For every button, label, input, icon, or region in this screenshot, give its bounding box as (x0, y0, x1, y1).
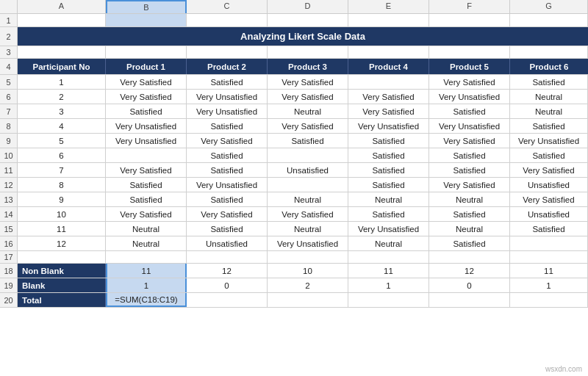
blank-e[interactable]: 2 (268, 278, 348, 292)
rownum-20: 20 (0, 293, 18, 307)
row-2: 2 Analyzing Likert Scale Data (0, 27, 588, 46)
rownum-7: 7 (0, 104, 18, 118)
cell-5e[interactable]: Very Satisfied (268, 75, 348, 89)
cell-1e[interactable] (268, 14, 348, 26)
total-label: Total (18, 293, 106, 307)
non-blank-f[interactable]: 11 (348, 264, 429, 278)
cell-5c[interactable]: Very Satisfied (106, 75, 187, 89)
header-product1: Product 1 (106, 59, 187, 74)
row-12: 12 8 Satisfied Very Unsatisfied Satisfie… (0, 178, 588, 192)
row-8: 8 4 Very Unsatisfied Satisfied Very Sati… (0, 119, 588, 134)
cell-1c[interactable] (106, 14, 187, 26)
rownum-15: 15 (0, 222, 18, 236)
rownum-12: 12 (0, 178, 18, 192)
row-1: 1 (0, 14, 588, 27)
rownum-18: 18 (0, 264, 18, 278)
blank-c[interactable]: 1 (106, 278, 187, 292)
rownum-3: 3 (0, 46, 18, 58)
spreadsheet: A B C D E F G 1 2 Analyzing Likert Scale… (0, 0, 588, 376)
cell-5d[interactable]: Satisfied (187, 75, 268, 89)
cell-1g[interactable] (429, 14, 510, 26)
header-product6: Product 6 (510, 59, 588, 74)
rownum-8: 8 (0, 119, 18, 133)
blank-d[interactable]: 0 (187, 278, 268, 292)
row-17: 17 (0, 251, 588, 264)
rownum-13: 13 (0, 192, 18, 206)
row-16: 16 12 Neutral Unsatisfied Very Unsatisfi… (0, 236, 588, 251)
rownum-5: 5 (0, 75, 18, 89)
col-header-b: B (106, 0, 187, 13)
header-product4: Product 4 (348, 59, 429, 74)
cell-5b[interactable]: 1 (18, 75, 106, 89)
cell-5f[interactable] (348, 75, 429, 89)
blank-h[interactable]: 1 (510, 278, 588, 292)
row-7: 7 3 Satisfied Very Unsatisfied Neutral V… (0, 104, 588, 119)
rownum-14: 14 (0, 207, 18, 221)
row-14: 14 10 Very Satisfied Very Satisfied Very… (0, 207, 588, 222)
row-18: 18 Non Blank 11 12 10 11 12 11 (0, 264, 588, 278)
cell-1f[interactable] (348, 14, 429, 26)
total-formula-cell[interactable]: =SUM(C18:C19) (106, 293, 187, 307)
non-blank-h[interactable]: 11 (510, 264, 588, 278)
rownum-10: 10 (0, 148, 18, 162)
row-10: 10 6 Satisfied Satisfied Satisfied Satis… (0, 148, 588, 163)
header-participant: Participant No (18, 59, 106, 74)
rownum-2: 2 (0, 27, 18, 46)
non-blank-d[interactable]: 12 (187, 264, 268, 278)
header-product2: Product 2 (187, 59, 268, 74)
rownum-17: 17 (0, 251, 18, 263)
rownum-6: 6 (0, 90, 18, 104)
row-5: 5 1 Very Satisfied Satisfied Very Satisf… (0, 75, 588, 90)
col-header-d: D (268, 0, 348, 13)
non-blank-g[interactable]: 12 (429, 264, 510, 278)
col-header-e: E (348, 0, 429, 13)
row-20: 20 Total =SUM(C18:C19) (0, 293, 588, 308)
col-header-c: C (187, 0, 268, 13)
rownum-19: 19 (0, 278, 18, 292)
cell-1h[interactable] (510, 14, 588, 26)
grid: 1 2 Analyzing Likert Scale Data 3 (0, 14, 588, 308)
header-product5: Product 5 (429, 59, 510, 74)
col-header-a: A (18, 0, 106, 13)
cell-5g[interactable]: Very Satisfied (429, 75, 510, 89)
rownum-11: 11 (0, 163, 18, 177)
rownum-1: 1 (0, 14, 18, 26)
cell-1d[interactable] (187, 14, 268, 26)
watermark: wsxdn.com (545, 365, 582, 373)
col-header-g: G (510, 0, 588, 13)
cell-1b[interactable] (18, 14, 106, 26)
blank-label: Blank (18, 278, 106, 292)
title-cell: Analyzing Likert Scale Data (18, 27, 588, 46)
column-headers: A B C D E F G (0, 0, 588, 14)
non-blank-label: Non Blank (18, 264, 106, 278)
non-blank-c[interactable]: 11 (106, 264, 187, 278)
row-4: 4 Participant No Product 1 Product 2 Pro… (0, 59, 588, 75)
cell-5h[interactable]: Satisfied (510, 75, 588, 89)
row-13: 13 9 Satisfied Satisfied Neutral Neutral… (0, 192, 588, 207)
col-header-f: F (429, 0, 510, 13)
non-blank-e[interactable]: 10 (268, 264, 348, 278)
rownum-9: 9 (0, 134, 18, 148)
row-3: 3 (0, 46, 588, 59)
blank-f[interactable]: 1 (348, 278, 429, 292)
rownum-4: 4 (0, 59, 18, 74)
row-9: 9 5 Very Unsatisfied Very Satisfied Sati… (0, 134, 588, 148)
header-product3: Product 3 (268, 59, 348, 74)
row-6: 6 2 Very Satisfied Very Unsatisfied Very… (0, 90, 588, 104)
row-11: 11 7 Very Satisfied Satisfied Unsatisfie… (0, 163, 588, 178)
row-19: 19 Blank 1 0 2 1 0 1 (0, 278, 588, 293)
row-15: 15 11 Neutral Satisfied Neutral Very Uns… (0, 222, 588, 236)
blank-g[interactable]: 0 (429, 278, 510, 292)
rownum-16: 16 (0, 236, 18, 250)
